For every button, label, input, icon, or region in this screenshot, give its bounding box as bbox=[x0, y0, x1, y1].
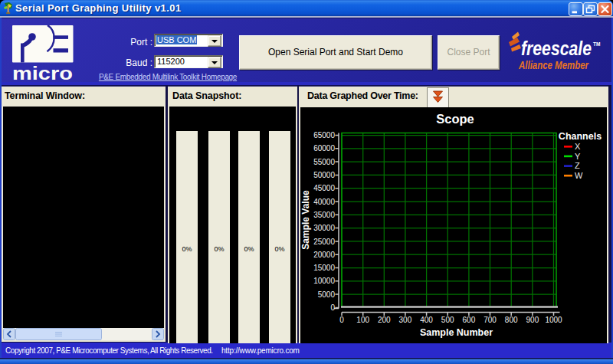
svg-text:X: X bbox=[575, 142, 581, 151]
svg-text:0: 0 bbox=[330, 303, 335, 312]
svg-text:W: W bbox=[575, 171, 583, 180]
svg-text:35000: 35000 bbox=[313, 211, 335, 219]
svg-text:30000: 30000 bbox=[313, 224, 335, 232]
svg-text:700: 700 bbox=[484, 316, 497, 324]
svg-text:Alliance Member: Alliance Member bbox=[518, 58, 589, 71]
svg-text:25000: 25000 bbox=[313, 238, 335, 246]
svg-text:100: 100 bbox=[356, 316, 369, 324]
svg-text:0: 0 bbox=[339, 316, 344, 324]
svg-text:800: 800 bbox=[505, 316, 518, 324]
svg-text:65000: 65000 bbox=[313, 131, 335, 139]
svg-text:Sample Value: Sample Value bbox=[300, 190, 311, 250]
svg-text:1000: 1000 bbox=[545, 316, 562, 324]
svg-text:45000: 45000 bbox=[313, 184, 335, 192]
svg-text:5000: 5000 bbox=[318, 290, 336, 299]
svg-text:200: 200 bbox=[378, 316, 391, 324]
svg-text:Sample Number: Sample Number bbox=[420, 327, 493, 338]
svg-text:10000: 10000 bbox=[313, 277, 335, 285]
svg-text:TM: TM bbox=[593, 41, 600, 47]
svg-text:micro: micro bbox=[12, 64, 73, 82]
svg-text:Scope: Scope bbox=[436, 112, 474, 126]
svg-text:40000: 40000 bbox=[313, 198, 335, 206]
svg-text:500: 500 bbox=[441, 316, 454, 324]
svg-text:20000: 20000 bbox=[313, 251, 335, 259]
svg-text:Z: Z bbox=[575, 161, 580, 170]
svg-text:freescale: freescale bbox=[521, 38, 592, 59]
svg-text:600: 600 bbox=[463, 316, 476, 324]
svg-text:Y: Y bbox=[575, 152, 581, 161]
svg-text:900: 900 bbox=[526, 316, 539, 324]
svg-text:Channels: Channels bbox=[559, 131, 602, 142]
svg-text:55000: 55000 bbox=[313, 158, 335, 166]
svg-text:15000: 15000 bbox=[313, 264, 335, 272]
svg-text:400: 400 bbox=[420, 316, 433, 324]
svg-text:300: 300 bbox=[399, 316, 412, 324]
svg-text:60000: 60000 bbox=[313, 144, 335, 152]
svg-text:50000: 50000 bbox=[313, 171, 335, 179]
